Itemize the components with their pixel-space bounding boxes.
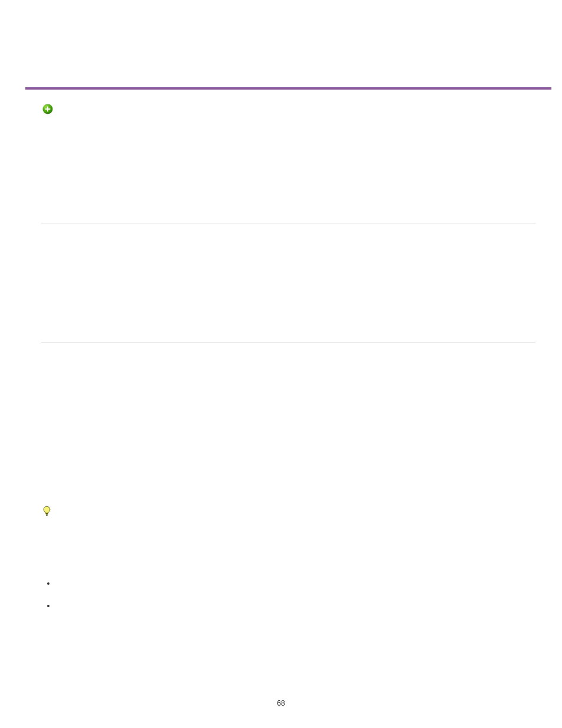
page-number: 68 — [0, 699, 562, 707]
svg-rect-3 — [45, 513, 48, 514]
document-page: 68 — [0, 0, 562, 728]
section-divider — [25, 87, 551, 90]
svg-rect-4 — [46, 514, 48, 515]
horizontal-rule — [41, 223, 535, 223]
svg-rect-2 — [45, 108, 51, 110]
list-bullet — [47, 582, 49, 585]
horizontal-rule — [41, 342, 535, 342]
svg-rect-5 — [46, 515, 48, 516]
lightbulb-icon — [42, 506, 51, 516]
list-bullet — [47, 605, 49, 607]
plus-circle-icon — [42, 104, 53, 114]
